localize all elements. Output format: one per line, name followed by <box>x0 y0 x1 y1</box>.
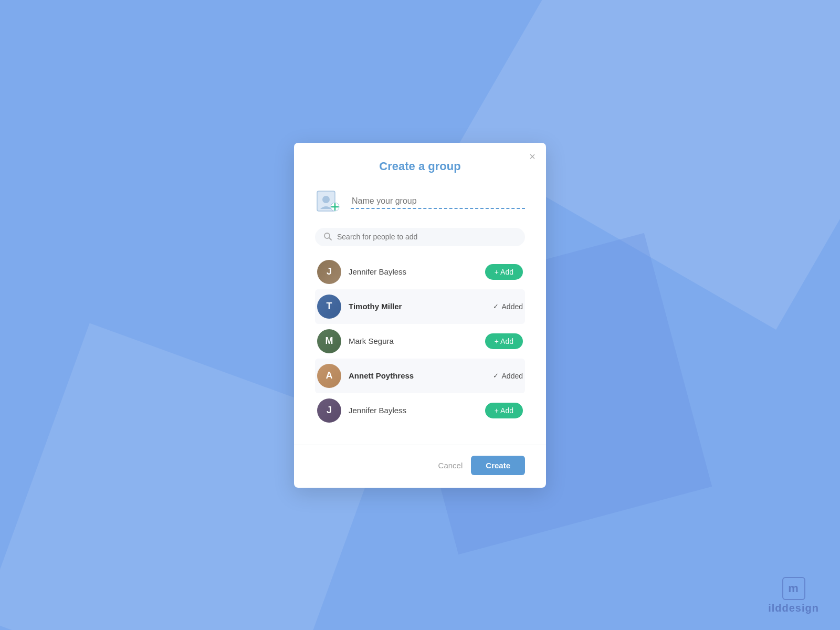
close-button[interactable]: × <box>529 151 536 162</box>
avatar: J <box>317 398 341 423</box>
svg-point-1 <box>322 196 330 203</box>
person-name: Timothy Miller <box>349 302 486 311</box>
add-person-button[interactable]: + Add <box>485 264 523 280</box>
person-row: MMark Segura+ Add <box>315 324 525 359</box>
cancel-button[interactable]: Cancel <box>438 461 463 470</box>
avatar: M <box>317 329 341 353</box>
watermark: m ilddesign <box>768 577 819 614</box>
modal-body: Create a group × <box>294 143 546 440</box>
people-list: JJennifer Bayless+ AddTTimothy Miller✓ A… <box>315 255 525 428</box>
person-name: Annett Poythress <box>349 371 486 380</box>
group-photo-icon[interactable] <box>315 188 342 215</box>
person-row: AAnnett Poythress✓ Added <box>315 359 525 393</box>
person-row: TTimothy Miller✓ Added <box>315 289 525 324</box>
add-person-button[interactable]: + Add <box>485 333 523 349</box>
avatar: T <box>317 295 341 319</box>
create-group-modal: Create a group × <box>294 143 546 488</box>
person-row: JJennifer Bayless+ Add <box>315 393 525 428</box>
modal-footer: Cancel Create <box>294 445 546 488</box>
avatar: J <box>317 260 341 284</box>
person-name: Jennifer Bayless <box>349 267 478 276</box>
person-name: Mark Segura <box>349 337 478 345</box>
check-icon: ✓ <box>493 372 499 380</box>
added-label: ✓ Added <box>493 372 523 380</box>
svg-line-6 <box>329 238 331 240</box>
group-name-row <box>315 188 525 215</box>
add-person-button[interactable]: + Add <box>485 403 523 418</box>
added-label: ✓ Added <box>493 302 523 311</box>
check-icon: ✓ <box>493 302 499 310</box>
avatar: A <box>317 364 341 388</box>
search-people-input[interactable] <box>337 233 517 241</box>
watermark-text: ilddesign <box>768 602 819 614</box>
person-name: Jennifer Bayless <box>349 406 478 415</box>
person-row: JJennifer Bayless+ Add <box>315 255 525 289</box>
search-row <box>315 228 525 246</box>
create-button[interactable]: Create <box>471 456 525 475</box>
group-name-input[interactable] <box>351 194 525 209</box>
modal-title: Create a group <box>315 160 525 173</box>
search-icon <box>323 232 332 242</box>
watermark-icon: m <box>782 577 805 600</box>
